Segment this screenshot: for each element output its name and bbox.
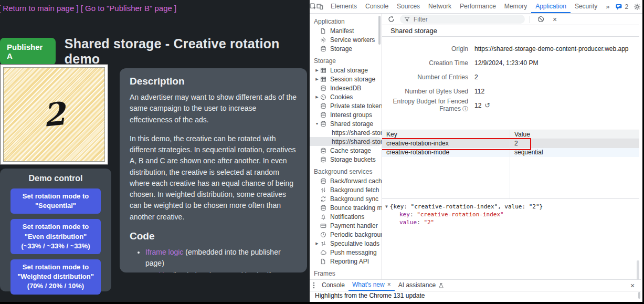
sidebar-item-push-messaging[interactable]: Push messaging [310,248,382,257]
filter-funnel-icon [404,16,410,22]
meta-row-number-of-bytes-used: Number of Bytes Used112 [382,84,639,98]
filter-input[interactable] [413,15,504,24]
return-main-link[interactable]: Return to main page [3,4,74,13]
reset-budget-icon[interactable]: ↺ [484,102,490,109]
set-rotation-mode-button-1[interactable]: Set rotation mode to "Sequential" [10,188,101,214]
drawer-tab-console[interactable]: Console [318,280,349,291]
drawer-scrollbar[interactable] [638,292,640,299]
demo-control-panel: Demo control Set rotation mode to "Seque… [0,169,111,291]
sidebar-item-speculative-loads[interactable]: ▶Speculative loads [310,239,382,248]
panel-scrollbar[interactable] [637,260,639,282]
table-row[interactable]: creative-rotation-index2 [382,139,639,148]
code-list-item: Worklet (loaded and executed by the ifra… [145,270,297,272]
preview-summary-text: {key: "creative-rotation-index", value: … [390,203,543,211]
db-icon [320,103,328,109]
demo-control-title: Demo control [0,174,111,183]
devtools: ElementsConsoleSourcesNetworkPerformance… [310,0,642,302]
preview-property: value: "2" [385,218,639,226]
drawer-tab-label: What's new [352,279,385,290]
sidebar-item-reporting-api[interactable]: Reporting API [310,257,382,266]
sidebar-item-private-state-tokens[interactable]: Private state tokens [310,101,382,110]
drawer-tab-what-s-new[interactable]: What's new× [349,280,395,291]
sidebar-item-label: https://shared-storage… [332,138,382,145]
tab-application[interactable]: Application [531,0,571,13]
tab-elements[interactable]: Elements [326,0,361,13]
sidebar-item-indexeddb[interactable]: IndexedDB [310,83,382,92]
sidebar-item-label: Notifications [330,213,364,221]
issues-button[interactable]: 2 [614,3,630,11]
chevron-right-icon[interactable]: ▶ [314,95,320,99]
inspect-element-icon[interactable] [310,0,316,13]
page-title: Shared storage - Creative rotation demo [65,36,310,67]
sidebar-item-notifications[interactable]: Notifications [310,212,382,221]
publisher-b-link[interactable]: Go to "Publisher B" page [85,4,172,13]
chevron-right-icon[interactable]: ▶ [314,77,320,81]
more-tabs-button[interactable]: » [601,0,614,13]
bracket: ] [172,4,176,13]
sidebar-item-manifest[interactable]: Manifest [310,26,382,35]
sidebar-item-storage[interactable]: Storage [310,44,382,53]
meta-label: Entropy Budget for Fenced Frames ⓘ [382,98,468,113]
sidebar-item-service-workers[interactable]: Service workers [310,35,382,44]
table-row[interactable]: creative-rotation-modesequential [382,148,639,157]
sidebar-item-cache-storage[interactable]: Cache storage [310,146,382,155]
meta-row-origin: Originhttps://shared-storage-demo-conten… [382,41,639,56]
device-toolbar-icon[interactable] [316,0,323,13]
sidebar-item-back-forward-cache[interactable]: Back/forward cache [310,176,382,185]
db-icon [320,178,328,184]
devtools-sidebar: ApplicationManifestService workersStorag… [310,14,382,282]
clear-storage-icon[interactable] [535,14,546,26]
sidebar-scrollbar[interactable] [378,16,381,45]
set-rotation-mode-button-2[interactable]: Set rotation mode to "Even distribution"… [10,219,101,254]
whats-new-content: Highlights from the Chrome 131 update [310,291,641,300]
page-header: Publisher A Shared storage - Creative ro… [0,36,310,67]
sidebar-item-label: Background sync [330,195,378,203]
drawer-tab-ai-assistance[interactable]: AI assistance [395,280,448,291]
tab-network[interactable]: Network [424,0,456,13]
entry-preview-pane: ▼ {key: "creative-rotation-index", value… [382,198,639,282]
sidebar-item-session-storage[interactable]: ▶Session storage [310,75,382,83]
sidebar-item-background-fetch[interactable]: Background fetch [310,185,382,194]
close-tab-icon[interactable]: × [387,279,391,290]
sidebar-item-https-shared-storage-[interactable]: https://shared-storage… [310,128,382,137]
disclosure-triangle-icon[interactable]: ▼ [385,203,388,211]
sidebar-item-label: Cache storage [330,147,371,154]
sidebar-item-shared-storage[interactable]: ▼Shared storage [310,119,382,128]
chevron-down-icon[interactable]: ▼ [314,122,320,125]
sidebar-item-storage-buckets[interactable]: Storage buckets [310,155,382,164]
sidebar-item-periodic-backgroun-[interactable]: Periodic backgroun… [310,230,382,239]
sidebar-item-label: Speculative loads [330,240,379,247]
sidebar-item-https-shared-storage-[interactable]: https://shared-storage… [310,137,382,146]
code-link-2[interactable]: Worklet [145,271,170,272]
sidebar-item-label: Push messaging [330,249,377,256]
refresh-icon[interactable] [385,14,397,26]
tab-security[interactable]: Security [571,0,601,13]
sidebar-section-storage: Storage [310,57,382,66]
sidebar-item-cookies[interactable]: ▶Cookies [310,92,382,101]
chevron-right-icon[interactable]: ▶ [314,242,320,246]
code-link-1[interactable]: Iframe logic [145,248,183,256]
sidebar-item-label: Local storage [330,67,368,74]
tab-sources[interactable]: Sources [393,0,424,13]
cookie-icon [320,94,328,100]
sidebar-item-bounce-tracking-miti-[interactable]: Bounce tracking miti… [310,203,382,212]
sidebar-item-local-storage[interactable]: ▶Local storage [310,66,382,75]
close-drawer-icon[interactable]: × [627,281,638,290]
property-name: value [399,219,417,226]
property-colon: : [417,219,424,226]
settings-gear-icon[interactable] [631,0,643,13]
sidebar-item-interest-groups[interactable]: Interest groups [310,110,382,119]
info-icon[interactable]: ⓘ [461,106,468,112]
tab-performance[interactable]: Performance [456,0,500,13]
column-divider [510,130,510,199]
updown-icon [320,187,328,193]
sidebar-item-payment-handler[interactable]: Payment handler [310,221,382,230]
tab-console[interactable]: Console [361,0,393,13]
chevron-right-icon[interactable]: ▶ [314,68,320,72]
sidebar-item-background-sync[interactable]: Background sync [310,194,382,203]
close-panel-icon[interactable]: × [550,15,560,24]
set-rotation-mode-button-3[interactable]: Set rotation mode to "Weighted distribut… [10,259,101,295]
tab-memory[interactable]: Memory [500,0,531,13]
drawer-menu-dots-icon[interactable] [310,279,318,292]
description-panel: Description An advertiser may want to sh… [120,68,307,272]
